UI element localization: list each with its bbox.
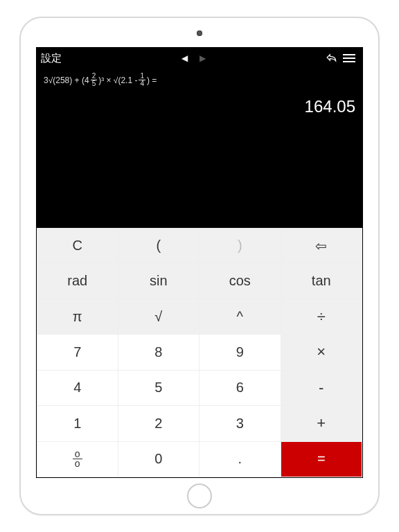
tan-key[interactable]: tan: [281, 263, 363, 299]
sin-key[interactable]: sin: [118, 263, 200, 299]
backspace-key[interactable]: ⇦: [281, 228, 363, 263]
divide-key[interactable]: ÷: [281, 299, 363, 335]
multiply-key[interactable]: ×: [281, 335, 363, 370]
digit-7-key[interactable]: 7: [37, 335, 118, 370]
digit-9-key[interactable]: 9: [200, 335, 281, 370]
history-prev-icon[interactable]: ◀: [175, 53, 193, 63]
top-toolbar: 設定 ◀ ▶: [37, 48, 362, 69]
history-next-icon[interactable]: ▶: [193, 53, 211, 63]
subtract-key[interactable]: -: [281, 371, 363, 406]
rad-key[interactable]: rad: [37, 263, 118, 299]
digit-8-key[interactable]: 8: [118, 335, 200, 370]
digit-2-key[interactable]: 2: [118, 406, 200, 441]
clear-key[interactable]: C: [37, 228, 118, 263]
home-button[interactable]: [187, 484, 212, 508]
digit-6-key[interactable]: 6: [200, 371, 281, 406]
ipad-frame: 設定 ◀ ▶ 3√(258) + (4 25 )³ × √(2.1 - 14 )…: [19, 17, 380, 515]
digit-0-key[interactable]: 0: [118, 442, 200, 477]
undo-icon[interactable]: [322, 53, 340, 64]
power-key[interactable]: ^: [200, 299, 281, 335]
result-value: 164.05: [44, 97, 355, 116]
keypad: C ( ) ⇦ rad sin cos tan π √ ^ ÷ 7 8 9: [37, 228, 362, 477]
settings-button[interactable]: 設定: [41, 52, 62, 65]
add-key[interactable]: +: [281, 406, 363, 441]
pi-key[interactable]: π: [37, 299, 118, 335]
sqrt-key[interactable]: √: [118, 299, 200, 335]
cos-key[interactable]: cos: [200, 263, 281, 299]
fraction-key[interactable]: oo: [37, 442, 118, 477]
close-paren-key[interactable]: ): [200, 228, 281, 263]
menu-icon[interactable]: [340, 54, 358, 62]
display-area: 3√(258) + (4 25 )³ × √(2.1 - 14 ) = 164.…: [37, 69, 362, 228]
screen: 設定 ◀ ▶ 3√(258) + (4 25 )³ × √(2.1 - 14 )…: [36, 47, 363, 478]
open-paren-key[interactable]: (: [118, 228, 200, 263]
decimal-key[interactable]: .: [200, 442, 281, 477]
digit-1-key[interactable]: 1: [37, 406, 118, 441]
digit-5-key[interactable]: 5: [118, 371, 200, 406]
equals-key[interactable]: =: [281, 442, 363, 477]
digit-3-key[interactable]: 3: [200, 406, 281, 441]
camera-dot: [197, 30, 202, 36]
expression-text: 3√(258) + (4 25 )³ × √(2.1 - 14 ) =: [44, 73, 355, 87]
digit-4-key[interactable]: 4: [37, 371, 118, 406]
